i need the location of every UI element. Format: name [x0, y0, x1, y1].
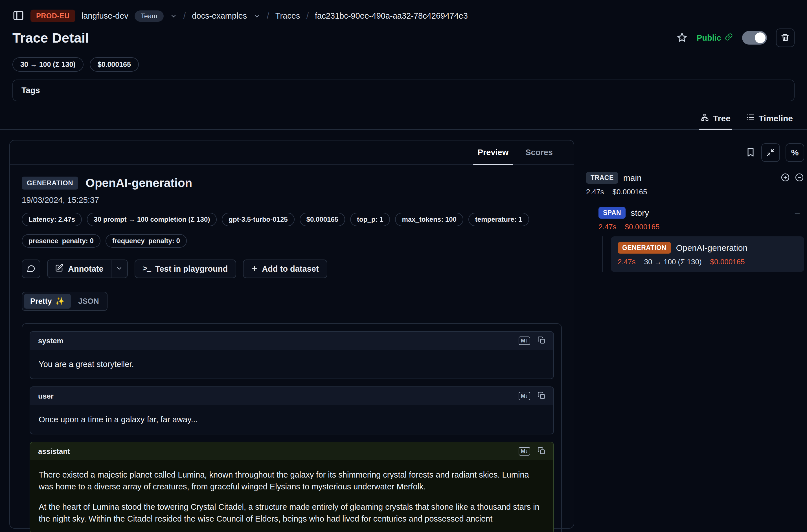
- star-button[interactable]: [676, 32, 688, 44]
- copy-icon[interactable]: [538, 392, 545, 401]
- span-children: GENERATION OpenAI-generation 2.47s 30 → …: [602, 236, 804, 272]
- breadcrumb-project[interactable]: docs-examples: [192, 11, 247, 21]
- trace-cost: $0.000165: [613, 188, 647, 196]
- comment-button[interactable]: [22, 260, 40, 278]
- terminal-icon: >_: [143, 265, 151, 273]
- generation-metrics: 2.47s 30 → 100 (Σ 130) $0.000165: [618, 258, 797, 266]
- top-bar: PROD-EU langfuse-dev Team / docs-example…: [0, 0, 807, 101]
- add-to-dataset-label: Add to dataset: [262, 264, 319, 273]
- message-header: assistant M↓: [30, 442, 553, 460]
- toggle-knob: [755, 33, 766, 43]
- environment-badge: PROD-EU: [31, 10, 75, 22]
- breadcrumb-org[interactable]: langfuse-dev: [81, 11, 128, 21]
- temperature-pill: temperature: 1: [468, 213, 529, 226]
- message-header: system M↓: [30, 332, 553, 350]
- model-pill[interactable]: gpt-3.5-turbo-0125: [222, 213, 294, 226]
- link-icon: [725, 33, 733, 43]
- markdown-icon[interactable]: M↓: [519, 392, 530, 401]
- generation-cost: $0.000165: [710, 258, 745, 266]
- observation-header: GENERATION OpenAI-generation: [22, 176, 562, 190]
- minus-circle-icon[interactable]: [794, 173, 804, 183]
- latency-pill: Latency: 2.47s: [22, 213, 82, 226]
- trace-metrics: 2.47s $0.000165: [586, 188, 804, 196]
- add-to-dataset-button[interactable]: + Add to dataset: [243, 260, 327, 278]
- observation-content: GENERATION OpenAI-generation 19/03/2024,…: [10, 165, 574, 532]
- annotate-split-button: Annotate: [47, 260, 128, 278]
- generation-latency: 2.47s: [618, 258, 636, 266]
- trace-detail-page: PROD-EU langfuse-dev Team / docs-example…: [0, 0, 807, 532]
- top-p-pill: top_p: 1: [350, 213, 390, 226]
- star-icon: [676, 32, 688, 44]
- breadcrumb-separator: /: [306, 11, 309, 21]
- markdown-icon[interactable]: M↓: [519, 447, 530, 456]
- tab-timeline[interactable]: Timeline: [746, 113, 793, 129]
- observation-actions: Annotate >_ Test in playground + Add to …: [22, 260, 562, 278]
- tree-node-span[interactable]: SPAN story −: [599, 207, 804, 218]
- plus-circle-icon[interactable]: [781, 173, 790, 183]
- tab-tree[interactable]: Tree: [701, 113, 731, 129]
- pretty-label: Pretty: [30, 297, 52, 306]
- toggle-percentages-button[interactable]: %: [786, 143, 804, 162]
- generation-row: GENERATION OpenAI-generation: [618, 242, 797, 253]
- message-content: Once upon a time in a galaxy far, far aw…: [30, 405, 553, 434]
- test-in-playground-button[interactable]: >_ Test in playground: [135, 260, 236, 278]
- tab-scores[interactable]: Scores: [517, 140, 561, 165]
- tree-toolbar: %: [586, 143, 804, 162]
- timeline-icon: [746, 113, 755, 124]
- message-content: There existed a majestic planet called L…: [30, 460, 553, 532]
- span-latency: 2.47s: [599, 223, 617, 231]
- tree-span-block: SPAN story − 2.47s $0.000165 GENERATION: [599, 207, 804, 272]
- annotate-dropdown-button[interactable]: [111, 260, 127, 278]
- json-label: JSON: [78, 297, 99, 306]
- annotate-button[interactable]: Annotate: [48, 260, 111, 278]
- tags-label: Tags: [21, 86, 40, 95]
- trace-badge: TRACE: [586, 172, 618, 184]
- observation-tabs: Preview Scores: [10, 140, 574, 165]
- message-role: user: [38, 392, 54, 401]
- message-assistant: assistant M↓ There existed a majestic pl…: [30, 442, 554, 532]
- project-chevron-down-icon[interactable]: [253, 13, 260, 20]
- messages-container: system M↓ You are a great storyteller.: [22, 323, 562, 532]
- delete-trace-button[interactable]: [776, 28, 794, 47]
- breadcrumb-separator: /: [267, 11, 269, 21]
- trace-tree: TRACE main 2.47s $0.000165 SPAN story: [586, 172, 804, 272]
- org-chevron-down-icon[interactable]: [170, 13, 177, 20]
- trace-tree-panel: % TRACE main 2.47s $0.000165: [574, 140, 807, 272]
- tree-node-trace[interactable]: TRACE main: [586, 172, 804, 184]
- span-cost: $0.000165: [625, 223, 660, 231]
- breadcrumb: PROD-EU langfuse-dev Team / docs-example…: [13, 10, 794, 22]
- collapse-all-button[interactable]: [761, 143, 780, 162]
- title-actions: Public: [676, 28, 794, 47]
- span-name: story: [631, 208, 649, 218]
- generation-name: OpenAI-generation: [676, 243, 748, 253]
- bookmark-icon: [746, 147, 756, 158]
- copy-icon[interactable]: [538, 447, 545, 456]
- markdown-icon[interactable]: M↓: [519, 337, 530, 345]
- tree-node-generation-selected[interactable]: GENERATION OpenAI-generation 2.47s 30 → …: [611, 236, 804, 272]
- observation-panel: Preview Scores GENERATION OpenAI-generat…: [9, 140, 574, 529]
- message-system: system M↓ You are a great storyteller.: [30, 331, 554, 379]
- token-pill: 30 prompt → 100 completion (Σ 130): [87, 213, 217, 226]
- title-row: Trace Detail Public: [13, 28, 794, 47]
- tab-timeline-label: Timeline: [759, 114, 793, 123]
- format-pretty-option[interactable]: Pretty ✨: [24, 294, 71, 309]
- tab-preview[interactable]: Preview: [469, 140, 517, 165]
- bookmark-button[interactable]: [746, 147, 756, 158]
- observation-title: OpenAI-generation: [86, 176, 192, 190]
- cost-badge: $0.000165: [90, 57, 139, 72]
- panel-left-icon: [13, 10, 24, 22]
- breadcrumb-separator: /: [183, 11, 186, 21]
- copy-icon[interactable]: [538, 336, 545, 345]
- tags-section[interactable]: Tags: [13, 79, 794, 101]
- public-label: Public: [697, 33, 721, 43]
- tree-zoom-controls: [781, 173, 804, 183]
- collapse-node-icon[interactable]: −: [794, 208, 804, 218]
- format-json-option[interactable]: JSON: [72, 294, 105, 309]
- message-paragraph: You are a great storyteller.: [39, 358, 545, 370]
- public-toggle[interactable]: [742, 31, 767, 44]
- page-title: Trace Detail: [13, 30, 89, 46]
- sidebar-toggle-button[interactable]: [13, 10, 24, 22]
- breadcrumb-traces-link[interactable]: Traces: [276, 11, 300, 21]
- main-content: Preview Scores GENERATION OpenAI-generat…: [0, 140, 807, 529]
- observation-type-badge: GENERATION: [22, 176, 78, 190]
